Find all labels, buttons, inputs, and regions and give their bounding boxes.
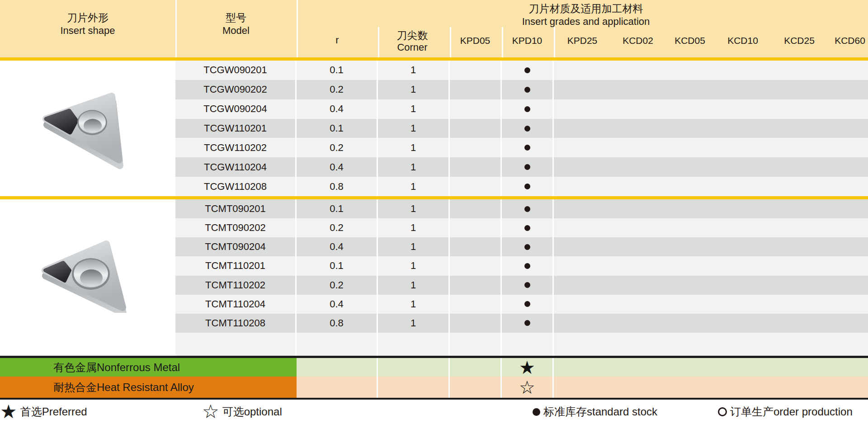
legend-label: 订单生产order production — [730, 405, 853, 419]
grade-cells-kcd — [606, 218, 868, 237]
grade-cell — [450, 333, 502, 356]
r-cell: 0.2 — [297, 80, 378, 99]
standard-stock-dot — [524, 67, 530, 73]
corner-cell: 1 — [378, 218, 450, 237]
corner-cell: 1 — [378, 119, 450, 138]
standard-stock-dot — [524, 126, 530, 132]
grade-cell-kpd10 — [502, 80, 554, 99]
grade-column-label-kcd02: KCD02 — [623, 35, 653, 46]
grade-cell-kpd25 — [554, 99, 606, 119]
grade-cell-kpd05 — [450, 218, 502, 237]
model-cell: TCMT090204 — [175, 237, 297, 256]
standard-stock-dot — [524, 145, 530, 151]
grade-cell-kpd25 — [554, 276, 606, 295]
grade-cells-kcd — [606, 177, 868, 196]
application-grade-area: ☆ — [297, 377, 868, 398]
star-outline-icon: ☆ — [202, 402, 219, 421]
column-separator — [297, 0, 298, 57]
header-insert-shape-en: Insert shape — [60, 24, 115, 37]
grade-cells-kcd — [606, 377, 868, 398]
application-grade-area: ★ — [297, 358, 868, 377]
model-cell — [175, 333, 297, 356]
tcgw-insert-photo — [38, 90, 129, 170]
r-cell: 0.1 — [297, 61, 378, 80]
grade-cell-kpd10 — [502, 218, 554, 237]
grade-cells-kcd — [606, 157, 868, 177]
grade-cells-kcd — [606, 256, 868, 275]
standard-stock-dot — [524, 164, 530, 170]
r-cell: 0.8 — [297, 314, 378, 333]
grade-cell-kpd25 — [554, 314, 606, 333]
grade-cell-kpd10 — [502, 119, 554, 138]
grade-cell-kpd05 — [450, 138, 502, 157]
r-cell: 0.1 — [297, 119, 378, 138]
tcgw-rows-section: TCGW0902010.11TCGW0902020.21TCGW0902040.… — [175, 61, 868, 196]
legend-item-3: 订单生产order production — [718, 400, 853, 424]
column-separator — [502, 27, 503, 57]
table-row-tcgw090201: TCGW0902010.11 — [175, 61, 868, 80]
grade-cells-kcd — [606, 119, 868, 138]
table-row-tcmt110204: TCMT1102040.41 — [175, 295, 868, 314]
r-cell: 0.4 — [297, 157, 378, 177]
grade-cell-kpd05 — [450, 99, 502, 119]
grade-cells-kcd — [606, 295, 868, 314]
grade-cell-kpd25 — [554, 157, 606, 177]
corner-cell — [378, 358, 450, 377]
application-label: 耐热合金Heat Resistant Alloy — [0, 377, 297, 398]
grade-cell-kpd05 — [450, 256, 502, 275]
grade-cell-kpd10: ★ — [502, 358, 554, 377]
r-cell: 0.4 — [297, 99, 378, 119]
grade-cell-kpd05 — [450, 377, 502, 398]
grade-cell-kpd25 — [554, 295, 606, 314]
grade-cell — [554, 333, 606, 356]
grade-cell-kpd05 — [450, 177, 502, 196]
table-row-tcgw090202: TCGW0902020.21 — [175, 80, 868, 99]
table-row-tcgw110208: TCGW1102080.81 — [175, 177, 868, 196]
model-cell: TCMT110201 — [175, 256, 297, 275]
model-cell: TCMT110208 — [175, 314, 297, 333]
legend-label: 可选optional — [222, 405, 282, 419]
table-row-tcmt090201: TCMT0902010.11 — [175, 199, 868, 218]
header-insert-shape-zh: 刀片外形 — [60, 11, 115, 24]
grade-cell-kpd10 — [502, 99, 554, 119]
grade-cells-kcd — [606, 199, 868, 218]
grade-cell-kpd10 — [502, 256, 554, 275]
circle-outline-icon — [718, 407, 727, 416]
grade-cell-kpd25 — [554, 218, 606, 237]
grade-cell — [502, 333, 554, 356]
grade-cells-kcd — [606, 138, 868, 157]
corner-cell: 1 — [378, 157, 450, 177]
grade-cell-kpd05 — [450, 61, 502, 80]
r-cell: 0.4 — [297, 295, 378, 314]
table-row-tcmt110202: TCMT1102020.21 — [175, 276, 868, 295]
corner-cell: 1 — [378, 61, 450, 80]
corner-cell: 1 — [378, 276, 450, 295]
header-r: r — [335, 34, 339, 46]
grade-cell-kpd05 — [450, 199, 502, 218]
grade-cell-kpd10: ☆ — [502, 377, 554, 398]
header-corner-en: Corner — [397, 42, 428, 53]
header-model: 型号 Model — [222, 11, 250, 37]
r-cell: 0.4 — [297, 237, 378, 256]
corner-cell — [378, 333, 450, 356]
grade-column-label-kcd05: KCD05 — [675, 35, 705, 46]
r-cell — [297, 333, 378, 356]
grade-cell-kpd25 — [554, 256, 606, 275]
model-cell: TCGW110204 — [175, 157, 297, 177]
r-cell: 0.1 — [297, 256, 378, 275]
yellow-divider-top — [0, 57, 868, 61]
grade-cell-kpd25 — [554, 138, 606, 157]
application-row-heat-resistant: 耐热合金Heat Resistant Alloy☆ — [0, 377, 868, 398]
grade-cell-kpd25 — [554, 80, 606, 99]
grade-cell-kpd25 — [554, 199, 606, 218]
header-grades-title: 刀片材质及适用加工材料 Insert grades and applicatio… — [522, 2, 650, 28]
header-grades-title-zh: 刀片材质及适用加工材料 — [522, 2, 650, 15]
tcmt-rows-section: TCMT0902010.11TCMT0902020.21TCMT0902040.… — [175, 199, 868, 333]
grade-cells-kcd — [606, 276, 868, 295]
r-cell: 0.2 — [297, 276, 378, 295]
legend-item-1: ☆可选optional — [202, 400, 282, 424]
legend-item-2: 标准库存standard stock — [533, 400, 657, 424]
corner-cell: 1 — [378, 256, 450, 275]
header-model-zh: 型号 — [222, 11, 250, 24]
application-row-nonferrous: 有色金属Nonferrous Metal★ — [0, 358, 868, 377]
